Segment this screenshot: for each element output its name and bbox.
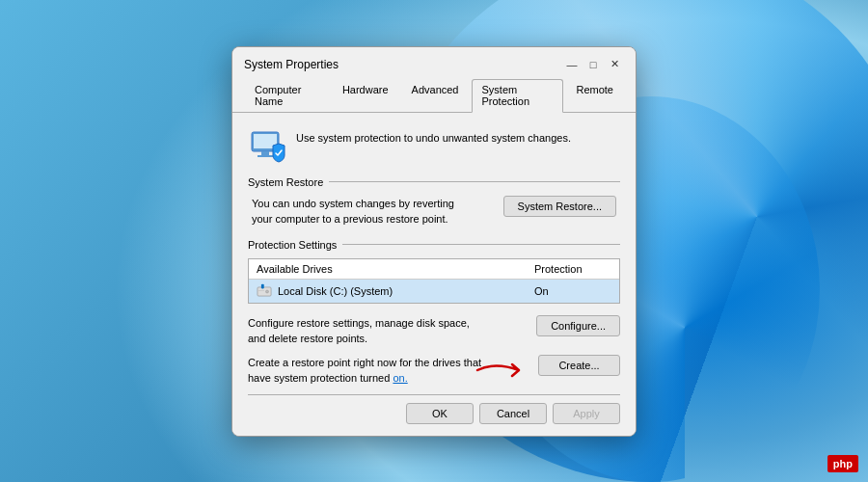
system-restore-label: System Restore bbox=[248, 176, 620, 188]
tab-system-protection[interactable]: System Protection bbox=[472, 79, 564, 113]
section-divider-2 bbox=[342, 244, 620, 245]
svg-rect-3 bbox=[258, 155, 273, 157]
configure-row: Configure restore settings, manage disk … bbox=[248, 315, 620, 347]
system-restore-description: You can undo system changes by reverting… bbox=[252, 196, 494, 228]
dialog-backdrop: System Properties — □ ✕ Computer Name Ha… bbox=[0, 0, 868, 482]
apply-button[interactable]: Apply bbox=[553, 403, 620, 424]
protection-settings-label: Protection Settings bbox=[248, 239, 620, 251]
ok-button[interactable]: OK bbox=[406, 403, 474, 424]
close-button[interactable]: ✕ bbox=[605, 55, 624, 74]
drive-name: Local Disk (C:) (System) bbox=[278, 285, 534, 297]
cancel-button[interactable]: Cancel bbox=[479, 403, 547, 424]
header-description: Use system protection to undo unwanted s… bbox=[296, 124, 571, 147]
section-divider bbox=[329, 181, 620, 182]
system-properties-dialog: System Properties — □ ✕ Computer Name Ha… bbox=[231, 46, 637, 437]
create-description: Create a restore point right now for the… bbox=[248, 355, 529, 387]
svg-point-6 bbox=[266, 290, 269, 293]
system-restore-section: System Restore You can undo system chang… bbox=[248, 176, 620, 228]
tab-advanced[interactable]: Advanced bbox=[401, 79, 470, 113]
system-restore-row: You can undo system changes by reverting… bbox=[252, 196, 616, 228]
php-badge: php bbox=[827, 455, 858, 472]
system-restore-button[interactable]: System Restore... bbox=[503, 196, 616, 217]
create-row: Create a restore point right now for the… bbox=[248, 355, 620, 387]
tab-remote[interactable]: Remote bbox=[565, 79, 624, 113]
svg-rect-7 bbox=[258, 290, 264, 291]
configure-description: Configure restore settings, manage disk … bbox=[248, 315, 527, 347]
tab-content: Use system protection to undo unwanted s… bbox=[232, 113, 636, 436]
protection-settings-title: Protection Settings bbox=[248, 239, 337, 251]
create-button[interactable]: Create... bbox=[538, 355, 620, 376]
protection-settings-section: Protection Settings Available Drives Pro… bbox=[248, 239, 620, 304]
tab-bar: Computer Name Hardware Advanced System P… bbox=[232, 74, 636, 113]
maximize-button[interactable]: □ bbox=[583, 55, 603, 74]
drive-icon bbox=[257, 283, 272, 299]
tab-computer-name[interactable]: Computer Name bbox=[244, 79, 330, 113]
svg-rect-2 bbox=[261, 151, 269, 155]
title-bar: System Properties — □ ✕ bbox=[232, 47, 636, 74]
protection-table: Available Drives Protection Local Disk bbox=[248, 258, 620, 304]
create-on-link[interactable]: on. bbox=[393, 372, 407, 384]
configure-button[interactable]: Configure... bbox=[536, 315, 620, 336]
title-bar-controls: — □ ✕ bbox=[562, 55, 624, 74]
dialog-title: System Properties bbox=[244, 58, 339, 71]
dialog-footer: OK Cancel Apply bbox=[248, 394, 620, 428]
system-protection-icon bbox=[248, 126, 286, 165]
system-restore-title: System Restore bbox=[248, 176, 323, 188]
minimize-button[interactable]: — bbox=[562, 55, 582, 74]
table-header: Available Drives Protection bbox=[249, 259, 619, 280]
column-drive-header: Available Drives bbox=[257, 263, 534, 275]
protection-status: On bbox=[534, 285, 611, 297]
tab-hardware[interactable]: Hardware bbox=[332, 79, 399, 113]
drive-row[interactable]: Local Disk (C:) (System) On bbox=[249, 280, 619, 303]
header-section: Use system protection to undo unwanted s… bbox=[248, 124, 620, 165]
system-restore-content: You can undo system changes by reverting… bbox=[248, 196, 620, 228]
column-protection-header: Protection bbox=[534, 263, 611, 275]
